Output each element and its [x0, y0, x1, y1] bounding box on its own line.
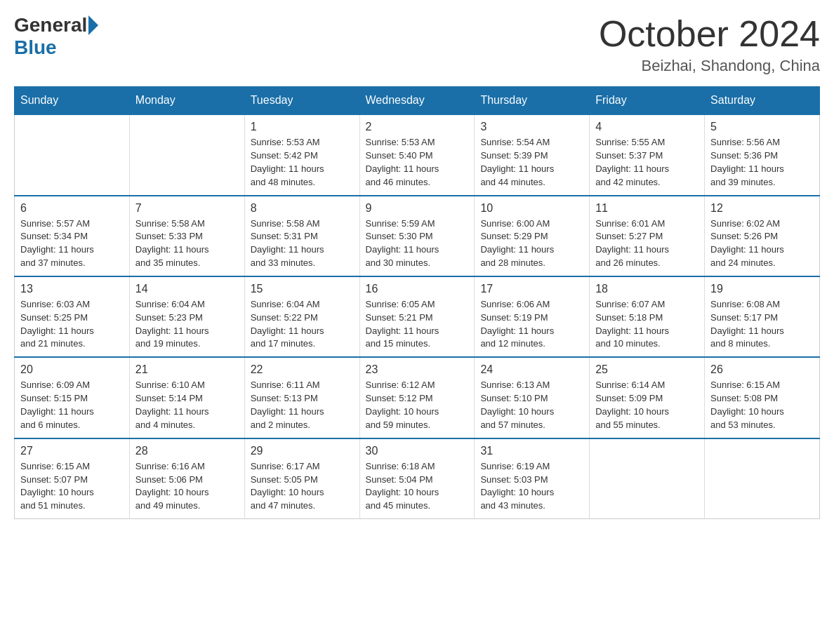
logo: General Blue [14, 14, 100, 59]
calendar-cell: 22Sunrise: 6:11 AM Sunset: 5:13 PM Dayli… [244, 357, 359, 438]
day-info: Sunrise: 6:16 AM Sunset: 5:06 PM Dayligh… [135, 460, 239, 513]
day-number: 26 [710, 363, 814, 376]
day-info: Sunrise: 6:17 AM Sunset: 5:05 PM Dayligh… [251, 460, 354, 513]
calendar-cell: 17Sunrise: 6:06 AM Sunset: 5:19 PM Dayli… [475, 276, 590, 357]
header-day-thursday: Thursday [475, 87, 590, 115]
calendar-cell: 26Sunrise: 6:15 AM Sunset: 5:08 PM Dayli… [705, 357, 820, 438]
day-number: 23 [366, 363, 469, 376]
calendar-header-row: SundayMondayTuesdayWednesdayThursdayFrid… [15, 87, 820, 115]
calendar-cell: 3Sunrise: 5:54 AM Sunset: 5:39 PM Daylig… [475, 114, 590, 195]
day-info: Sunrise: 5:59 AM Sunset: 5:30 PM Dayligh… [366, 217, 469, 270]
calendar-cell: 2Sunrise: 5:53 AM Sunset: 5:40 PM Daylig… [359, 114, 475, 195]
day-info: Sunrise: 5:58 AM Sunset: 5:33 PM Dayligh… [135, 217, 239, 270]
day-info: Sunrise: 5:53 AM Sunset: 5:40 PM Dayligh… [366, 136, 469, 189]
week-row-3: 13Sunrise: 6:03 AM Sunset: 5:25 PM Dayli… [15, 276, 820, 357]
day-number: 19 [710, 283, 814, 295]
day-number: 27 [20, 445, 124, 457]
day-number: 22 [251, 363, 354, 376]
calendar-cell: 1Sunrise: 5:53 AM Sunset: 5:42 PM Daylig… [244, 114, 359, 195]
day-number: 28 [135, 445, 239, 457]
calendar-cell: 12Sunrise: 6:02 AM Sunset: 5:26 PM Dayli… [705, 196, 820, 276]
day-info: Sunrise: 6:09 AM Sunset: 5:15 PM Dayligh… [20, 379, 124, 431]
calendar-title: October 2024 [599, 14, 820, 54]
day-info: Sunrise: 5:53 AM Sunset: 5:42 PM Dayligh… [251, 136, 354, 189]
day-number: 30 [366, 445, 469, 457]
header-day-saturday: Saturday [705, 87, 820, 115]
day-info: Sunrise: 5:55 AM Sunset: 5:37 PM Dayligh… [595, 136, 699, 189]
day-number: 4 [595, 121, 699, 133]
day-info: Sunrise: 6:14 AM Sunset: 5:09 PM Dayligh… [595, 379, 699, 431]
day-info: Sunrise: 5:57 AM Sunset: 5:34 PM Dayligh… [20, 217, 124, 270]
header-day-tuesday: Tuesday [244, 87, 359, 115]
day-number: 25 [595, 363, 699, 376]
day-info: Sunrise: 6:08 AM Sunset: 5:17 PM Dayligh… [710, 298, 814, 351]
calendar-cell: 21Sunrise: 6:10 AM Sunset: 5:14 PM Dayli… [129, 357, 244, 438]
day-number: 29 [251, 445, 354, 457]
day-number: 24 [480, 363, 583, 376]
calendar-cell: 13Sunrise: 6:03 AM Sunset: 5:25 PM Dayli… [15, 276, 130, 357]
calendar-cell: 8Sunrise: 5:58 AM Sunset: 5:31 PM Daylig… [244, 196, 359, 276]
calendar-cell: 29Sunrise: 6:17 AM Sunset: 5:05 PM Dayli… [244, 438, 359, 519]
calendar-cell [129, 114, 244, 195]
day-number: 13 [20, 283, 124, 295]
week-row-4: 20Sunrise: 6:09 AM Sunset: 5:15 PM Dayli… [15, 357, 820, 438]
day-number: 9 [366, 202, 469, 215]
day-number: 11 [595, 202, 699, 215]
day-info: Sunrise: 6:11 AM Sunset: 5:13 PM Dayligh… [251, 379, 354, 431]
day-info: Sunrise: 6:04 AM Sunset: 5:22 PM Dayligh… [251, 298, 354, 351]
calendar-cell [705, 438, 820, 519]
day-info: Sunrise: 6:15 AM Sunset: 5:07 PM Dayligh… [20, 460, 124, 513]
day-info: Sunrise: 6:15 AM Sunset: 5:08 PM Dayligh… [710, 379, 814, 431]
header-day-wednesday: Wednesday [359, 87, 475, 115]
calendar-cell: 19Sunrise: 6:08 AM Sunset: 5:17 PM Dayli… [705, 276, 820, 357]
day-info: Sunrise: 6:05 AM Sunset: 5:21 PM Dayligh… [366, 298, 469, 351]
calendar-cell: 10Sunrise: 6:00 AM Sunset: 5:29 PM Dayli… [475, 196, 590, 276]
day-number: 7 [135, 202, 239, 215]
header-day-sunday: Sunday [15, 87, 130, 115]
page-header: General Blue October 2024 Beizhai, Shand… [14, 14, 820, 75]
header-day-monday: Monday [129, 87, 244, 115]
day-number: 8 [251, 202, 354, 215]
logo-arrow-icon [88, 15, 98, 35]
day-number: 15 [251, 283, 354, 295]
day-number: 12 [710, 202, 814, 215]
calendar-cell: 15Sunrise: 6:04 AM Sunset: 5:22 PM Dayli… [244, 276, 359, 357]
day-info: Sunrise: 6:10 AM Sunset: 5:14 PM Dayligh… [135, 379, 239, 431]
calendar-subtitle: Beizhai, Shandong, China [599, 57, 820, 75]
day-info: Sunrise: 6:06 AM Sunset: 5:19 PM Dayligh… [480, 298, 583, 351]
calendar-cell: 24Sunrise: 6:13 AM Sunset: 5:10 PM Dayli… [475, 357, 590, 438]
day-info: Sunrise: 6:12 AM Sunset: 5:12 PM Dayligh… [366, 379, 469, 431]
day-number: 5 [710, 121, 814, 133]
day-number: 3 [480, 121, 583, 133]
week-row-2: 6Sunrise: 5:57 AM Sunset: 5:34 PM Daylig… [15, 196, 820, 276]
week-row-5: 27Sunrise: 6:15 AM Sunset: 5:07 PM Dayli… [15, 438, 820, 519]
day-number: 17 [480, 283, 583, 295]
day-info: Sunrise: 6:04 AM Sunset: 5:23 PM Dayligh… [135, 298, 239, 351]
calendar-cell: 16Sunrise: 6:05 AM Sunset: 5:21 PM Dayli… [359, 276, 475, 357]
calendar-cell: 14Sunrise: 6:04 AM Sunset: 5:23 PM Dayli… [129, 276, 244, 357]
week-row-1: 1Sunrise: 5:53 AM Sunset: 5:42 PM Daylig… [15, 114, 820, 195]
calendar-cell: 11Sunrise: 6:01 AM Sunset: 5:27 PM Dayli… [590, 196, 705, 276]
day-number: 31 [480, 445, 583, 457]
calendar-cell: 4Sunrise: 5:55 AM Sunset: 5:37 PM Daylig… [590, 114, 705, 195]
day-info: Sunrise: 6:03 AM Sunset: 5:25 PM Dayligh… [20, 298, 124, 351]
calendar-cell: 30Sunrise: 6:18 AM Sunset: 5:04 PM Dayli… [359, 438, 475, 519]
calendar-table: SundayMondayTuesdayWednesdayThursdayFrid… [14, 86, 820, 519]
day-number: 14 [135, 283, 239, 295]
day-info: Sunrise: 6:07 AM Sunset: 5:18 PM Dayligh… [595, 298, 699, 351]
day-number: 1 [251, 121, 354, 133]
calendar-cell: 6Sunrise: 5:57 AM Sunset: 5:34 PM Daylig… [15, 196, 130, 276]
calendar-cell: 27Sunrise: 6:15 AM Sunset: 5:07 PM Dayli… [15, 438, 130, 519]
calendar-cell: 25Sunrise: 6:14 AM Sunset: 5:09 PM Dayli… [590, 357, 705, 438]
day-number: 20 [20, 363, 124, 376]
day-info: Sunrise: 5:58 AM Sunset: 5:31 PM Dayligh… [251, 217, 354, 270]
header-day-friday: Friday [590, 87, 705, 115]
day-number: 10 [480, 202, 583, 215]
day-number: 18 [595, 283, 699, 295]
logo-general-text: General [14, 14, 87, 36]
day-number: 6 [20, 202, 124, 215]
calendar-cell: 5Sunrise: 5:56 AM Sunset: 5:36 PM Daylig… [705, 114, 820, 195]
calendar-cell: 18Sunrise: 6:07 AM Sunset: 5:18 PM Dayli… [590, 276, 705, 357]
day-info: Sunrise: 6:18 AM Sunset: 5:04 PM Dayligh… [366, 460, 469, 513]
calendar-cell: 31Sunrise: 6:19 AM Sunset: 5:03 PM Dayli… [475, 438, 590, 519]
